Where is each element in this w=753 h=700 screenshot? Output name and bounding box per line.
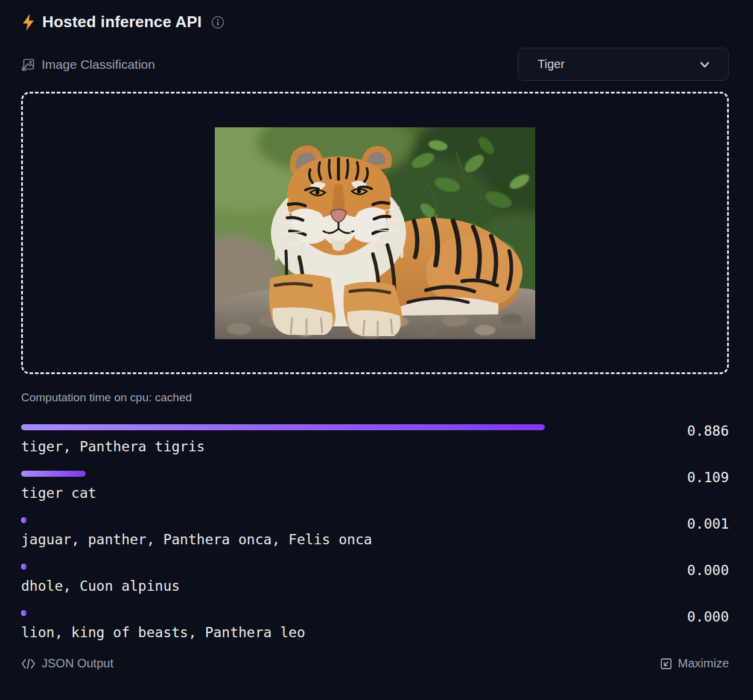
result-label: jaguar, panther, Panthera onca, Felis on… <box>21 531 729 549</box>
result-row: jaguar, panther, Panthera onca, Felis on… <box>21 517 729 549</box>
image-classification-icon <box>21 57 36 72</box>
maximize-button[interactable]: Maximize <box>660 657 729 670</box>
result-row: tiger cat 0.109 <box>21 471 729 502</box>
classification-results: tiger, Panthera tigris 0.886 tiger cat 0… <box>21 424 729 641</box>
result-row: tiger, Panthera tigris 0.886 <box>21 424 729 456</box>
chevron-down-icon <box>698 58 711 71</box>
result-label: dhole, Cuon alpinus <box>21 578 729 595</box>
widget-footer: JSON Output Maximize <box>21 657 729 670</box>
selected-example: Tiger <box>538 57 565 71</box>
input-image-tiger <box>215 127 535 339</box>
task-link[interactable]: Image Classification <box>21 57 155 72</box>
inference-widget: Hosted inference API Image Classificatio… <box>0 0 753 700</box>
score-bar <box>21 517 27 523</box>
computation-time: Computation time on cpu: cached <box>21 390 729 406</box>
score-bar <box>21 471 86 477</box>
code-icon <box>21 658 36 669</box>
lightning-bolt-icon <box>21 13 36 31</box>
score-bar <box>21 610 27 616</box>
result-score: 0.109 <box>687 469 729 486</box>
json-output-button[interactable]: JSON Output <box>21 657 113 670</box>
result-score: 0.886 <box>687 422 729 440</box>
score-bar <box>21 564 27 570</box>
maximize-label: Maximize <box>678 657 729 670</box>
result-score: 0.001 <box>687 515 729 533</box>
result-label: tiger cat <box>21 485 729 502</box>
image-drop-zone[interactable] <box>21 92 729 374</box>
task-row: Image Classification Tiger <box>21 48 729 81</box>
result-score: 0.000 <box>687 608 729 626</box>
page-title: Hosted inference API <box>42 13 202 31</box>
result-row: dhole, Cuon alpinus 0.000 <box>21 564 729 595</box>
info-icon[interactable] <box>211 16 224 29</box>
maximize-icon <box>660 658 672 670</box>
widget-header: Hosted inference API <box>21 0 729 31</box>
score-bar <box>21 424 545 430</box>
result-label: tiger, Panthera tigris <box>21 438 729 456</box>
task-label: Image Classification <box>42 57 155 72</box>
json-output-label: JSON Output <box>42 657 113 670</box>
result-row: lion, king of beasts, Panthera leo 0.000 <box>21 610 729 641</box>
example-selector-dropdown[interactable]: Tiger <box>518 48 729 81</box>
result-label: lion, king of beasts, Panthera leo <box>21 624 729 641</box>
result-score: 0.000 <box>687 562 729 579</box>
